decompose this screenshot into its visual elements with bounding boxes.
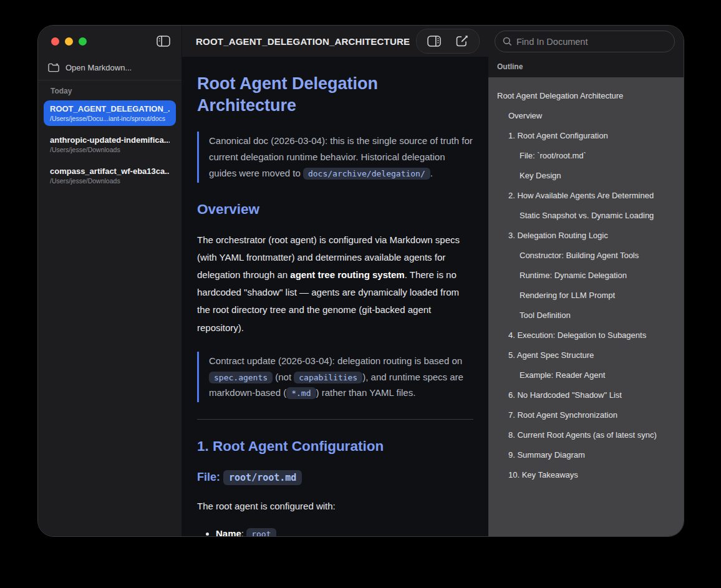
titlebar: ROOT_AGENT_DELEGATION_ARCHITECTURE.... — [182, 26, 488, 57]
text-run: . — [430, 168, 433, 178]
doc-h2-overview: Overview — [197, 201, 473, 218]
inline-code: root/root.md — [223, 470, 302, 485]
doc-blockquote-canonical: Canonical doc (2026-03-04): this is the … — [197, 132, 473, 182]
open-folder-icon — [48, 63, 60, 72]
outline-item[interactable]: Overview — [488, 105, 684, 125]
outline-item[interactable]: 3. Delegation Routing Logic — [488, 225, 684, 245]
outline-panel: Outline Root Agent Delegation Architectu… — [488, 26, 684, 536]
find-bar — [488, 26, 684, 53]
inline-code: root — [246, 528, 276, 536]
outline-list: Root Agent Delegation ArchitectureOvervi… — [488, 77, 684, 536]
close-button[interactable] — [51, 37, 59, 46]
outline-item[interactable]: 4. Execution: Delegation to Subagents — [488, 325, 684, 345]
traffic-lights — [51, 37, 87, 46]
outline-item[interactable]: 7. Root Agent Synchronization — [488, 405, 684, 425]
outline-item[interactable]: Runtime: Dynamic Delegation — [488, 265, 684, 285]
doc-bullet-name: Name: root — [216, 526, 473, 536]
search-icon — [503, 37, 512, 46]
outline-header: Outline — [488, 53, 684, 77]
outline-item[interactable]: Root Agent Delegation Architecture — [488, 85, 684, 105]
text-run: : — [241, 528, 246, 536]
outline-item[interactable]: 8. Current Root Agents (as of latest syn… — [488, 425, 684, 445]
bold-text: Name — [216, 528, 241, 536]
document-view: Root Agent Delegation Architecture Canon… — [182, 57, 488, 536]
open-markdown-button[interactable]: Open Markdown... — [38, 57, 181, 80]
outline-item[interactable]: Example: Reader Agent — [488, 365, 684, 385]
toolbar-icon-group — [416, 29, 480, 54]
inline-code: capabilities — [294, 372, 362, 383]
compose-icon[interactable] — [455, 34, 470, 49]
main-column: ROOT_AGENT_DELEGATION_ARCHITECTURE.... — [182, 26, 488, 536]
file-path: /Users/jesse/Downloads — [50, 146, 170, 153]
inline-code: *.md — [286, 387, 316, 399]
file-title: ROOT_AGENT_DELEGATION_... — [50, 104, 170, 113]
outline-item[interactable]: Rendering for LLM Prompt — [488, 285, 684, 305]
sidebar-file-item[interactable]: compass_artifact_wf-eba13ca... /Users/je… — [44, 163, 176, 188]
text-run: (not — [273, 372, 294, 382]
doc-paragraph-config-intro: The root agent is configured with: — [197, 498, 473, 515]
file-list: ROOT_AGENT_DELEGATION_... /Users/jesse/D… — [38, 99, 181, 190]
doc-blockquote-contract: Contract update (2026-03-04): delegation… — [197, 352, 473, 402]
outline-item[interactable]: 5. Agent Spec Structure — [488, 345, 684, 365]
inline-code: spec.agents — [209, 372, 273, 383]
outline-item[interactable]: Key Design — [488, 165, 684, 185]
outline-item[interactable]: 1. Root Agent Configuration — [488, 125, 684, 145]
toggle-sidebar-icon[interactable] — [155, 34, 172, 48]
outline-item[interactable]: File: `root/root.md` — [488, 145, 684, 165]
sidebar: Open Markdown... Today ROOT_AGENT_DELEGA… — [38, 26, 182, 536]
doc-divider — [197, 419, 473, 420]
doc-h2-section1: 1. Root Agent Configuration — [197, 438, 473, 455]
minimize-button[interactable] — [65, 37, 73, 46]
file-path: /Users/jesse/Docu...iant-inc/sprout/docs — [50, 115, 170, 122]
text-run: ) rather than YAML files. — [316, 387, 416, 398]
bold-text: agent tree routing system — [290, 269, 404, 280]
doc-h1: Root Agent Delegation Architecture — [197, 73, 473, 117]
doc-h3-file: File: root/root.md — [197, 471, 473, 484]
zoom-button[interactable] — [79, 37, 87, 46]
text-run: File: — [197, 471, 223, 483]
outline-item[interactable]: Constructor: Building Agent Tools — [488, 245, 684, 265]
document-title: ROOT_AGENT_DELEGATION_ARCHITECTURE.... — [196, 36, 410, 47]
file-title: compass_artifact_wf-eba13ca... — [50, 166, 170, 176]
sidebar-file-item[interactable]: anthropic-updated-indemifica... /Users/j… — [44, 132, 176, 157]
doc-bullet-list: Name: root Model: best (resolves to the … — [197, 526, 473, 536]
sidebar-file-item[interactable]: ROOT_AGENT_DELEGATION_... /Users/jesse/D… — [44, 100, 176, 126]
app-window: Open Markdown... Today ROOT_AGENT_DELEGA… — [37, 25, 684, 537]
text-run: Contract update (2026-03-04): delegation… — [209, 355, 462, 366]
sidebar-section-label: Today — [38, 80, 181, 99]
open-markdown-label: Open Markdown... — [65, 63, 132, 72]
outline-item[interactable]: Tool Definition — [488, 305, 684, 325]
outline-item[interactable]: 9. Summary Diagram — [488, 445, 684, 465]
file-path: /Users/jesse/Downloads — [50, 177, 170, 185]
toggle-outline-panel-icon[interactable] — [426, 34, 442, 48]
outline-item[interactable]: 6. No Hardcoded "Shadow" List — [488, 385, 684, 405]
search-field[interactable] — [495, 31, 675, 52]
file-title: anthropic-updated-indemifica... — [50, 135, 170, 145]
inline-code: docs/archive/delegation/ — [303, 168, 430, 180]
outline-item[interactable]: 10. Key Takeaways — [488, 465, 684, 484]
outline-item[interactable]: 2. How Available Agents Are Determined — [488, 185, 684, 205]
sidebar-header — [38, 26, 181, 57]
search-input[interactable] — [516, 37, 667, 47]
outline-item[interactable]: Static Snapshot vs. Dynamic Loading — [488, 205, 684, 225]
doc-paragraph-overview: The orchestrator (root agent) is configu… — [197, 231, 473, 337]
outline-header-label: Outline — [497, 62, 523, 71]
